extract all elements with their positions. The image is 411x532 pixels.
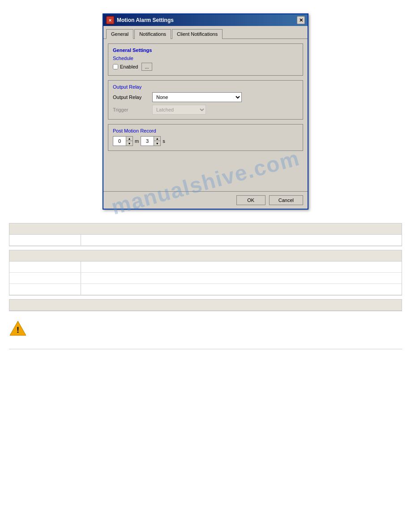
spinner-group: ▲ ▼ m ▲ ▼ s [113,136,298,146]
title-x-button[interactable]: ✕ [297,16,305,24]
minutes-label: m [135,138,139,144]
seconds-spinner-btns: ▲ ▼ [154,137,160,146]
table2-row-1 [9,262,402,273]
table1-cell-right-1 [81,235,402,245]
general-settings-section: General Settings Schedule Enabled ... [108,43,303,76]
seconds-input[interactable] [141,137,154,146]
seconds-up-button[interactable]: ▲ [154,137,160,141]
output-relay-select-wrapper: None [152,92,242,102]
warning-text [32,319,402,327]
close-x-icon: × [109,17,111,23]
minutes-spinner-box: ▲ ▼ [113,136,133,146]
enabled-label: Enabled [120,64,138,69]
output-relay-section: Output Relay Output Relay None Trigger L… [108,80,303,120]
warning-section: ! [9,317,402,340]
tab-general-label: General [111,31,128,37]
output-relay-row: Output Relay None [113,92,298,102]
trigger-select: Latched [152,105,206,115]
table2-cell-left-1 [9,262,81,272]
schedule-row: Enabled ... [113,63,298,71]
warning-triangle-svg: ! [9,319,27,337]
tab-general[interactable]: General [106,29,133,39]
enabled-checkbox[interactable] [113,64,118,69]
table1-header [9,223,402,235]
table2-row-2 [9,273,402,284]
output-relay-title: Output Relay [113,84,298,90]
tab-notifications[interactable]: Notifications [134,29,171,39]
post-motion-section: Post Motion Record ▲ ▼ m [108,124,303,151]
post-motion-title: Post Motion Record [113,128,298,133]
bottom-rule [9,349,402,349]
table-section-3 [9,299,402,311]
ellipsis-button[interactable]: ... [141,63,152,71]
dialog-titlebar: × Motion Alarm Settings ✕ [103,14,308,26]
title-close-button[interactable]: × [106,16,114,24]
motion-alarm-dialog: × Motion Alarm Settings ✕ General Notifi… [103,13,308,210]
table3-header [9,300,402,311]
table1-row-1 [9,235,402,246]
table2-cell-right-2 [81,273,402,283]
cancel-button[interactable]: Cancel [269,195,303,205]
enabled-checkbox-label: Enabled [113,64,138,69]
tab-client-notifications[interactable]: Client Notifications [172,29,223,39]
table2-header [9,250,402,262]
table2-cell-left-2 [9,273,81,283]
tab-notifications-label: Notifications [139,31,166,37]
dialog-area: × Motion Alarm Settings ✕ General Notifi… [9,13,402,210]
warning-icon: ! [9,319,27,337]
dialog-footer: OK Cancel [103,191,308,209]
ok-button[interactable]: OK [236,195,265,205]
dialog-tabs: General Notifications Client Notificatio… [103,26,308,39]
minutes-up-button[interactable]: ▲ [126,137,133,141]
table2-row-3 [9,284,402,295]
minutes-down-button[interactable]: ▼ [126,141,133,146]
table2-cell-right-3 [81,284,402,295]
output-relay-select[interactable]: None [152,92,242,102]
seconds-down-button[interactable]: ▼ [154,141,160,146]
table-section-2 [9,250,402,296]
trigger-row: Trigger Latched [113,105,298,115]
trigger-label: Trigger [113,107,149,112]
table-section-1 [9,223,402,246]
minutes-input[interactable] [113,137,126,146]
dialog-body: General Settings Schedule Enabled ... Ou… [103,39,308,191]
seconds-label: s [163,138,165,144]
minutes-spinner-btns: ▲ ▼ [126,137,133,146]
table2-cell-right-1 [81,262,402,272]
x-icon: ✕ [299,17,303,23]
titlebar-left: × Motion Alarm Settings [106,16,174,24]
svg-text:!: ! [17,326,19,335]
seconds-spinner-box: ▲ ▼ [141,136,161,146]
dialog-title: Motion Alarm Settings [117,17,174,23]
schedule-title: Schedule [113,56,298,61]
output-relay-label: Output Relay [113,94,149,100]
table1-cell-left-1 [9,235,81,245]
general-settings-title: General Settings [113,47,298,53]
table2-cell-left-3 [9,284,81,295]
tab-client-notifications-label: Client Notifications [177,31,218,37]
